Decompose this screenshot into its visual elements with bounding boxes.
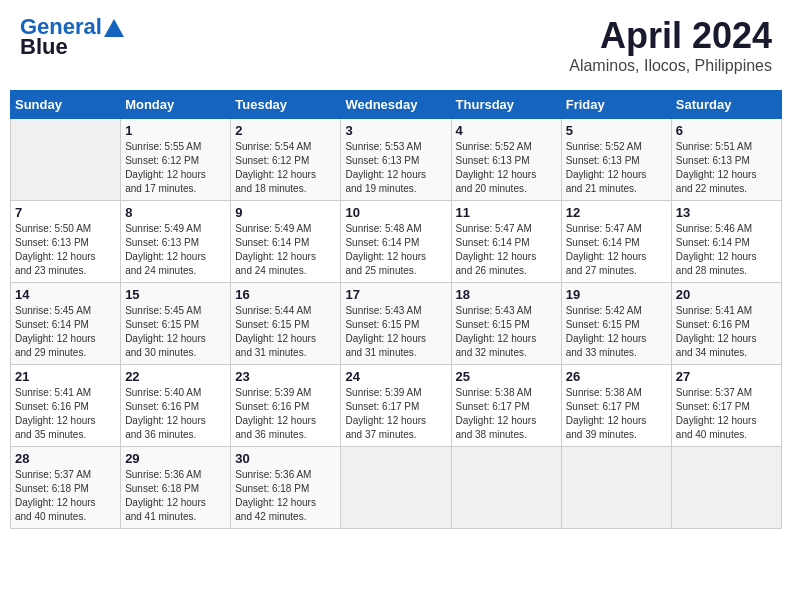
- day-number: 1: [125, 123, 226, 138]
- calendar-table: SundayMondayTuesdayWednesdayThursdayFrid…: [10, 90, 782, 529]
- day-detail: Sunrise: 5:47 AM Sunset: 6:14 PM Dayligh…: [566, 222, 667, 278]
- day-number: 6: [676, 123, 777, 138]
- col-header-tuesday: Tuesday: [231, 91, 341, 119]
- calendar-cell: [11, 119, 121, 201]
- day-detail: Sunrise: 5:48 AM Sunset: 6:14 PM Dayligh…: [345, 222, 446, 278]
- day-detail: Sunrise: 5:36 AM Sunset: 6:18 PM Dayligh…: [235, 468, 336, 524]
- day-number: 17: [345, 287, 446, 302]
- day-number: 20: [676, 287, 777, 302]
- day-detail: Sunrise: 5:37 AM Sunset: 6:17 PM Dayligh…: [676, 386, 777, 442]
- title-area: April 2024 Alaminos, Ilocos, Philippines: [569, 15, 772, 75]
- calendar-cell: [341, 447, 451, 529]
- calendar-cell: 11Sunrise: 5:47 AM Sunset: 6:14 PM Dayli…: [451, 201, 561, 283]
- calendar-cell: 15Sunrise: 5:45 AM Sunset: 6:15 PM Dayli…: [121, 283, 231, 365]
- day-detail: Sunrise: 5:54 AM Sunset: 6:12 PM Dayligh…: [235, 140, 336, 196]
- day-detail: Sunrise: 5:51 AM Sunset: 6:13 PM Dayligh…: [676, 140, 777, 196]
- day-detail: Sunrise: 5:37 AM Sunset: 6:18 PM Dayligh…: [15, 468, 116, 524]
- day-number: 21: [15, 369, 116, 384]
- day-number: 3: [345, 123, 446, 138]
- day-number: 27: [676, 369, 777, 384]
- day-detail: Sunrise: 5:43 AM Sunset: 6:15 PM Dayligh…: [456, 304, 557, 360]
- calendar-cell: 19Sunrise: 5:42 AM Sunset: 6:15 PM Dayli…: [561, 283, 671, 365]
- calendar-cell: 25Sunrise: 5:38 AM Sunset: 6:17 PM Dayli…: [451, 365, 561, 447]
- day-detail: Sunrise: 5:36 AM Sunset: 6:18 PM Dayligh…: [125, 468, 226, 524]
- calendar-cell: 5Sunrise: 5:52 AM Sunset: 6:13 PM Daylig…: [561, 119, 671, 201]
- day-number: 26: [566, 369, 667, 384]
- calendar-cell: 20Sunrise: 5:41 AM Sunset: 6:16 PM Dayli…: [671, 283, 781, 365]
- day-number: 24: [345, 369, 446, 384]
- day-detail: Sunrise: 5:39 AM Sunset: 6:16 PM Dayligh…: [235, 386, 336, 442]
- calendar-cell: 9Sunrise: 5:49 AM Sunset: 6:14 PM Daylig…: [231, 201, 341, 283]
- day-detail: Sunrise: 5:47 AM Sunset: 6:14 PM Dayligh…: [456, 222, 557, 278]
- day-number: 22: [125, 369, 226, 384]
- calendar-cell: 12Sunrise: 5:47 AM Sunset: 6:14 PM Dayli…: [561, 201, 671, 283]
- day-number: 4: [456, 123, 557, 138]
- calendar-cell: 8Sunrise: 5:49 AM Sunset: 6:13 PM Daylig…: [121, 201, 231, 283]
- logo-triangle-icon: [104, 17, 124, 37]
- calendar-cell: 13Sunrise: 5:46 AM Sunset: 6:14 PM Dayli…: [671, 201, 781, 283]
- logo-text-blue: Blue: [20, 35, 68, 59]
- day-number: 15: [125, 287, 226, 302]
- day-detail: Sunrise: 5:49 AM Sunset: 6:13 PM Dayligh…: [125, 222, 226, 278]
- calendar-cell: 3Sunrise: 5:53 AM Sunset: 6:13 PM Daylig…: [341, 119, 451, 201]
- day-detail: Sunrise: 5:45 AM Sunset: 6:15 PM Dayligh…: [125, 304, 226, 360]
- day-number: 10: [345, 205, 446, 220]
- calendar-cell: 21Sunrise: 5:41 AM Sunset: 6:16 PM Dayli…: [11, 365, 121, 447]
- day-detail: Sunrise: 5:55 AM Sunset: 6:12 PM Dayligh…: [125, 140, 226, 196]
- col-header-wednesday: Wednesday: [341, 91, 451, 119]
- day-number: 18: [456, 287, 557, 302]
- day-detail: Sunrise: 5:50 AM Sunset: 6:13 PM Dayligh…: [15, 222, 116, 278]
- day-number: 5: [566, 123, 667, 138]
- calendar-cell: 7Sunrise: 5:50 AM Sunset: 6:13 PM Daylig…: [11, 201, 121, 283]
- calendar-cell: 17Sunrise: 5:43 AM Sunset: 6:15 PM Dayli…: [341, 283, 451, 365]
- svg-marker-0: [104, 19, 124, 37]
- calendar-cell: 16Sunrise: 5:44 AM Sunset: 6:15 PM Dayli…: [231, 283, 341, 365]
- calendar-cell: 30Sunrise: 5:36 AM Sunset: 6:18 PM Dayli…: [231, 447, 341, 529]
- day-number: 28: [15, 451, 116, 466]
- calendar-subtitle: Alaminos, Ilocos, Philippines: [569, 57, 772, 75]
- day-detail: Sunrise: 5:41 AM Sunset: 6:16 PM Dayligh…: [15, 386, 116, 442]
- day-detail: Sunrise: 5:39 AM Sunset: 6:17 PM Dayligh…: [345, 386, 446, 442]
- calendar-cell: 23Sunrise: 5:39 AM Sunset: 6:16 PM Dayli…: [231, 365, 341, 447]
- day-number: 9: [235, 205, 336, 220]
- day-number: 2: [235, 123, 336, 138]
- calendar-cell: [561, 447, 671, 529]
- col-header-sunday: Sunday: [11, 91, 121, 119]
- day-detail: Sunrise: 5:42 AM Sunset: 6:15 PM Dayligh…: [566, 304, 667, 360]
- col-header-monday: Monday: [121, 91, 231, 119]
- day-number: 7: [15, 205, 116, 220]
- day-detail: Sunrise: 5:46 AM Sunset: 6:14 PM Dayligh…: [676, 222, 777, 278]
- day-number: 12: [566, 205, 667, 220]
- page-header: General Blue April 2024 Alaminos, Ilocos…: [10, 10, 782, 80]
- calendar-cell: [451, 447, 561, 529]
- day-detail: Sunrise: 5:45 AM Sunset: 6:14 PM Dayligh…: [15, 304, 116, 360]
- day-detail: Sunrise: 5:40 AM Sunset: 6:16 PM Dayligh…: [125, 386, 226, 442]
- calendar-cell: 14Sunrise: 5:45 AM Sunset: 6:14 PM Dayli…: [11, 283, 121, 365]
- day-number: 13: [676, 205, 777, 220]
- col-header-thursday: Thursday: [451, 91, 561, 119]
- day-number: 8: [125, 205, 226, 220]
- calendar-cell: 28Sunrise: 5:37 AM Sunset: 6:18 PM Dayli…: [11, 447, 121, 529]
- day-number: 23: [235, 369, 336, 384]
- calendar-cell: 2Sunrise: 5:54 AM Sunset: 6:12 PM Daylig…: [231, 119, 341, 201]
- col-header-saturday: Saturday: [671, 91, 781, 119]
- calendar-cell: 27Sunrise: 5:37 AM Sunset: 6:17 PM Dayli…: [671, 365, 781, 447]
- day-number: 19: [566, 287, 667, 302]
- day-detail: Sunrise: 5:52 AM Sunset: 6:13 PM Dayligh…: [456, 140, 557, 196]
- day-number: 16: [235, 287, 336, 302]
- day-detail: Sunrise: 5:43 AM Sunset: 6:15 PM Dayligh…: [345, 304, 446, 360]
- day-number: 25: [456, 369, 557, 384]
- calendar-cell: [671, 447, 781, 529]
- calendar-cell: 10Sunrise: 5:48 AM Sunset: 6:14 PM Dayli…: [341, 201, 451, 283]
- day-detail: Sunrise: 5:52 AM Sunset: 6:13 PM Dayligh…: [566, 140, 667, 196]
- day-number: 14: [15, 287, 116, 302]
- calendar-cell: 18Sunrise: 5:43 AM Sunset: 6:15 PM Dayli…: [451, 283, 561, 365]
- calendar-cell: 1Sunrise: 5:55 AM Sunset: 6:12 PM Daylig…: [121, 119, 231, 201]
- calendar-cell: 26Sunrise: 5:38 AM Sunset: 6:17 PM Dayli…: [561, 365, 671, 447]
- day-detail: Sunrise: 5:49 AM Sunset: 6:14 PM Dayligh…: [235, 222, 336, 278]
- day-number: 30: [235, 451, 336, 466]
- calendar-cell: 4Sunrise: 5:52 AM Sunset: 6:13 PM Daylig…: [451, 119, 561, 201]
- calendar-cell: 22Sunrise: 5:40 AM Sunset: 6:16 PM Dayli…: [121, 365, 231, 447]
- day-detail: Sunrise: 5:41 AM Sunset: 6:16 PM Dayligh…: [676, 304, 777, 360]
- col-header-friday: Friday: [561, 91, 671, 119]
